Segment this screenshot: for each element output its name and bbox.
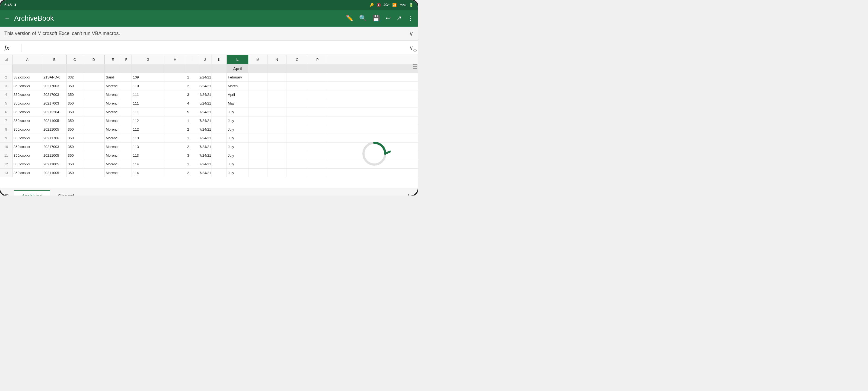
cell-r8-N[interactable]	[268, 125, 286, 134]
cell-r5-N[interactable]	[268, 99, 286, 108]
table-row[interactable]: 12350xxxxxx20211005350Morenci11417/24/21…	[0, 160, 418, 169]
row1-cell-A[interactable]	[12, 64, 42, 73]
cell-r13-J[interactable]: 7/24/21 2:48 PM	[198, 169, 212, 177]
cell-r12-K[interactable]	[212, 160, 227, 168]
cell-r10-H[interactable]	[164, 143, 186, 151]
cell-r2-F[interactable]	[121, 73, 132, 81]
cell-r12-C[interactable]: 350	[67, 160, 83, 168]
tab-archived[interactable]: Archived	[14, 190, 50, 196]
col-header-N[interactable]: N	[268, 55, 286, 64]
cell-r7-C[interactable]: 350	[67, 116, 83, 125]
cell-r8-C[interactable]: 350	[67, 125, 83, 134]
cell-r2-D[interactable]	[83, 73, 105, 81]
cell-r11-P[interactable]	[308, 151, 327, 160]
cell-r7-P[interactable]	[308, 116, 327, 125]
cell-r6-O[interactable]	[286, 108, 308, 116]
cell-r9-I[interactable]: 1	[186, 134, 198, 142]
col-header-O[interactable]: O	[286, 55, 308, 64]
col-header-C[interactable]: C	[67, 55, 83, 64]
row1-cell-O[interactable]	[286, 64, 308, 73]
cell-r2-I[interactable]: 1	[186, 73, 198, 81]
cell-r13-E[interactable]: Morenci	[105, 169, 121, 177]
table-row[interactable]: 3350xxxxxx20217003350Morenci11023/24/21 …	[0, 82, 418, 90]
table-row[interactable]: 11350xxxxxx20211005350Morenci11337/24/21…	[0, 151, 418, 160]
search-icon[interactable]: 🔍	[359, 15, 367, 22]
cell-r6-G[interactable]: 111	[132, 108, 164, 116]
cell-r13-H[interactable]	[164, 169, 186, 177]
cell-r7-E[interactable]: Morenci	[105, 116, 121, 125]
cell-r4-K[interactable]	[212, 90, 227, 99]
cell-r5-H[interactable]	[164, 99, 186, 108]
cell-r9-E[interactable]: Morenci	[105, 134, 121, 142]
cell-r8-O[interactable]	[286, 125, 308, 134]
table-row[interactable]: 4350xxxxxx20217003350Morenci11134/24/21 …	[0, 90, 418, 99]
cell-r9-A[interactable]: 350xxxxxx	[12, 134, 42, 142]
col-header-F[interactable]: F	[121, 55, 132, 64]
tab-sheet1[interactable]: Sheet1	[50, 190, 83, 196]
cell-r6-D[interactable]	[83, 108, 105, 116]
cell-r11-A[interactable]: 350xxxxxx	[12, 151, 42, 160]
col-header-M[interactable]: M	[248, 55, 268, 64]
cell-r3-H[interactable]	[164, 82, 186, 90]
cell-r8-I[interactable]: 2	[186, 125, 198, 134]
table-row[interactable]: 5350xxxxxx20217003350Morenci11145/24/21 …	[0, 99, 418, 108]
table-row[interactable]: 7350xxxxxx20211005350Morenci11217/24/21 …	[0, 116, 418, 125]
cell-r10-J[interactable]: 7/24/21 2:48 PM	[198, 143, 212, 151]
cell-r4-H[interactable]	[164, 90, 186, 99]
cell-r12-M[interactable]	[248, 160, 268, 168]
col-header-D[interactable]: D	[83, 55, 105, 64]
cell-r11-J[interactable]: 7/24/21 2:48 PM	[198, 151, 212, 160]
cell-r3-B[interactable]: 20217003	[42, 82, 67, 90]
col-header-K[interactable]: K	[212, 55, 227, 64]
cell-r7-D[interactable]	[83, 116, 105, 125]
cell-r7-L[interactable]: July	[227, 116, 248, 125]
cell-r8-K[interactable]	[212, 125, 227, 134]
table-row[interactable]: 8350xxxxxx20211005350Morenci11227/24/21 …	[0, 125, 418, 134]
col-header-B[interactable]: B	[42, 55, 67, 64]
cell-r6-M[interactable]	[248, 108, 268, 116]
cell-r9-J[interactable]: 7/24/21 2:48 PM	[198, 134, 212, 142]
cell-r6-K[interactable]	[212, 108, 227, 116]
cell-r10-E[interactable]: Morenci	[105, 143, 121, 151]
cell-r10-M[interactable]	[248, 143, 268, 151]
cell-r2-J[interactable]: 2/24/21 2:48 PM	[198, 73, 212, 81]
cell-r9-D[interactable]	[83, 134, 105, 142]
cell-r10-L[interactable]: July	[227, 143, 248, 151]
undo-icon[interactable]: ↩	[386, 15, 391, 22]
cell-r11-O[interactable]	[286, 151, 308, 160]
row1-cell-M[interactable]	[248, 64, 268, 73]
row1-cell-N[interactable]	[268, 64, 286, 73]
cell-r6-P[interactable]	[308, 108, 327, 116]
cell-r4-D[interactable]	[83, 90, 105, 99]
cell-r9-H[interactable]	[164, 134, 186, 142]
cell-r4-J[interactable]: 4/24/21 2:48 PM	[198, 90, 212, 99]
cell-r5-K[interactable]	[212, 99, 227, 108]
cell-r11-N[interactable]	[268, 151, 286, 160]
cell-r11-B[interactable]: 20211005	[42, 151, 67, 160]
cell-r5-F[interactable]	[121, 99, 132, 108]
col-header-L[interactable]: L	[227, 55, 248, 64]
cell-r8-P[interactable]	[308, 125, 327, 134]
cell-r5-M[interactable]	[248, 99, 268, 108]
cell-r5-E[interactable]: Morenci	[105, 99, 121, 108]
cell-r3-G[interactable]: 110	[132, 82, 164, 90]
cell-r4-I[interactable]: 3	[186, 90, 198, 99]
cell-r6-A[interactable]: 350xxxxxx	[12, 108, 42, 116]
cell-r6-C[interactable]: 350	[67, 108, 83, 116]
cell-r2-P[interactable]	[308, 73, 327, 81]
col-header-G[interactable]: G	[132, 55, 164, 64]
cell-r9-C[interactable]: 350	[67, 134, 83, 142]
cell-r13-P[interactable]	[308, 169, 327, 177]
cell-r3-D[interactable]	[83, 82, 105, 90]
cell-r12-E[interactable]: Morenci	[105, 160, 121, 168]
cell-r3-P[interactable]	[308, 82, 327, 90]
cell-r7-A[interactable]: 350xxxxxx	[12, 116, 42, 125]
cell-r4-G[interactable]: 111	[132, 90, 164, 99]
cell-r13-I[interactable]: 2	[186, 169, 198, 177]
cell-r12-B[interactable]: 20211005	[42, 160, 67, 168]
cell-r11-E[interactable]: Morenci	[105, 151, 121, 160]
cell-r12-N[interactable]	[268, 160, 286, 168]
cell-r5-B[interactable]: 20217003	[42, 99, 67, 108]
cell-r13-N[interactable]	[268, 169, 286, 177]
cell-r3-K[interactable]	[212, 82, 227, 90]
